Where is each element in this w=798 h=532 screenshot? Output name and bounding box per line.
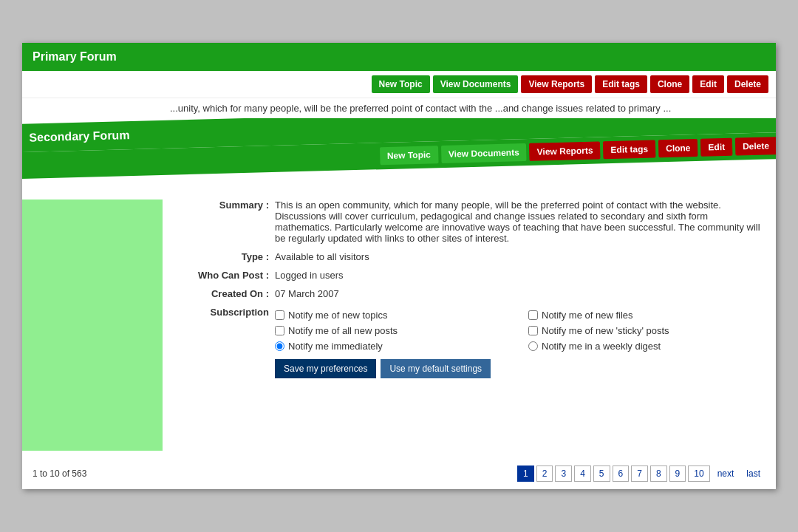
- clone-button-2[interactable]: Clone: [658, 139, 698, 157]
- new-topic-button-2[interactable]: New Topic: [380, 146, 439, 165]
- page-7-button[interactable]: 7: [631, 466, 648, 482]
- summary-value: This is an open community, which for man…: [275, 200, 767, 244]
- notify-new-topics-item[interactable]: Notify me of new topics: [275, 310, 514, 321]
- view-documents-button-2[interactable]: View Documents: [441, 143, 527, 163]
- main-wrapper: Primary Forum New Topic View Documents V…: [22, 43, 776, 490]
- edit-tags-button-2[interactable]: Edit tags: [603, 140, 655, 160]
- primary-forum-title: Primary Forum: [33, 50, 117, 63]
- primary-forum-header: Primary Forum: [22, 43, 776, 71]
- notify-all-posts-checkbox[interactable]: [275, 326, 284, 335]
- notify-new-files-label: Notify me of new files: [542, 310, 633, 321]
- page-container: Primary Forum New Topic View Documents V…: [22, 43, 776, 490]
- created-on-row: Created On : 07 March 2007: [171, 288, 767, 299]
- notify-new-topics-checkbox[interactable]: [275, 310, 284, 320]
- type-row: Type : Available to all visitors: [171, 251, 767, 262]
- page-6-button[interactable]: 6: [613, 466, 630, 482]
- notify-immediately-label: Notify me immediately: [288, 341, 383, 352]
- summary-label: Summary :: [171, 200, 275, 211]
- who-can-post-label: Who Can Post :: [171, 270, 275, 281]
- notify-immediately-item[interactable]: Notify me immediately: [275, 341, 514, 352]
- view-reports-button-2[interactable]: View Reports: [529, 142, 600, 161]
- view-reports-button-1[interactable]: View Reports: [521, 75, 592, 93]
- next-page-button[interactable]: next: [712, 466, 740, 481]
- notify-immediately-radio[interactable]: [275, 341, 284, 351]
- new-topic-button-1[interactable]: New Topic: [372, 75, 430, 93]
- pagination-wrapper: 1 to 10 of 563 1 2 3 4 5 6 7 8 9 10 next…: [22, 458, 776, 489]
- notify-weekly-radio[interactable]: [528, 341, 538, 351]
- page-9-button[interactable]: 9: [669, 466, 686, 482]
- edit-button-2[interactable]: Edit: [700, 138, 732, 157]
- delete-button-1[interactable]: Delete: [727, 75, 768, 93]
- secondary-block: Secondary Forum New Topic View Documents…: [22, 118, 776, 183]
- last-page-button[interactable]: last: [741, 466, 765, 481]
- notify-weekly-item[interactable]: Notify me in a weekly digest: [528, 341, 767, 352]
- pagination-controls: 1 2 3 4 5 6 7 8 9 10 next last: [517, 466, 765, 482]
- secondary-forum-section: Secondary Forum New Topic View Documents…: [22, 118, 776, 192]
- who-can-post-value: Logged in users: [275, 270, 767, 281]
- page-8-button[interactable]: 8: [650, 466, 667, 482]
- type-label: Type :: [171, 251, 275, 262]
- notify-new-files-checkbox[interactable]: [528, 310, 538, 320]
- subscription-label: Subscription: [171, 307, 275, 318]
- partial-text-area: ...unity, which for many people, will be…: [22, 98, 776, 119]
- notify-weekly-label: Notify me in a weekly digest: [542, 341, 661, 352]
- page-1-button[interactable]: 1: [517, 466, 534, 482]
- notify-sticky-checkbox[interactable]: [528, 326, 538, 335]
- summary-row: Summary : This is an open community, whi…: [171, 200, 767, 244]
- subscription-grid: Notify me of new topics Notify me of new…: [275, 310, 767, 352]
- toolbar-1: New Topic View Documents View Reports Ed…: [22, 71, 776, 98]
- notify-all-posts-item[interactable]: Notify me of all new posts: [275, 325, 514, 336]
- detail-section: Summary : This is an open community, whi…: [22, 192, 776, 458]
- notify-new-topics-label: Notify me of new topics: [288, 310, 387, 321]
- page-10-button[interactable]: 10: [688, 466, 709, 482]
- page-4-button[interactable]: 4: [574, 466, 591, 482]
- detail-left-panel: [22, 200, 163, 451]
- page-5-button[interactable]: 5: [593, 466, 610, 482]
- use-default-settings-button[interactable]: Use my default settings: [381, 359, 491, 378]
- who-can-post-row: Who Can Post : Logged in users: [171, 270, 767, 281]
- partial-text: ...unity, which for many people, will be…: [170, 103, 671, 114]
- created-on-value: 07 March 2007: [275, 288, 767, 299]
- page-3-button[interactable]: 3: [555, 466, 572, 482]
- created-on-label: Created On :: [171, 288, 275, 299]
- subscription-value: Notify me of new topics Notify me of new…: [275, 307, 767, 378]
- page-count: 1 to 10 of 563: [33, 468, 86, 479]
- view-documents-button-1[interactable]: View Documents: [433, 75, 519, 93]
- notify-new-files-item[interactable]: Notify me of new files: [528, 310, 767, 321]
- save-preferences-button[interactable]: Save my preferences: [275, 359, 376, 378]
- notify-sticky-item[interactable]: Notify me of new 'sticky' posts: [528, 325, 767, 336]
- delete-button-2[interactable]: Delete: [735, 137, 776, 155]
- edit-button-1[interactable]: Edit: [692, 75, 724, 93]
- detail-right-panel: Summary : This is an open community, whi…: [163, 200, 776, 451]
- subscription-row: Subscription Notify me of new topics Not…: [171, 307, 767, 378]
- notify-sticky-label: Notify me of new 'sticky' posts: [542, 325, 669, 336]
- secondary-forum-title: Secondary Forum: [29, 129, 129, 144]
- notify-all-posts-label: Notify me of all new posts: [288, 325, 398, 336]
- save-row: Save my preferences Use my default setti…: [275, 359, 767, 378]
- type-value: Available to all visitors: [275, 251, 767, 262]
- page-2-button[interactable]: 2: [536, 466, 553, 482]
- clone-button-1[interactable]: Clone: [650, 75, 689, 93]
- edit-tags-button-1[interactable]: Edit tags: [595, 75, 647, 93]
